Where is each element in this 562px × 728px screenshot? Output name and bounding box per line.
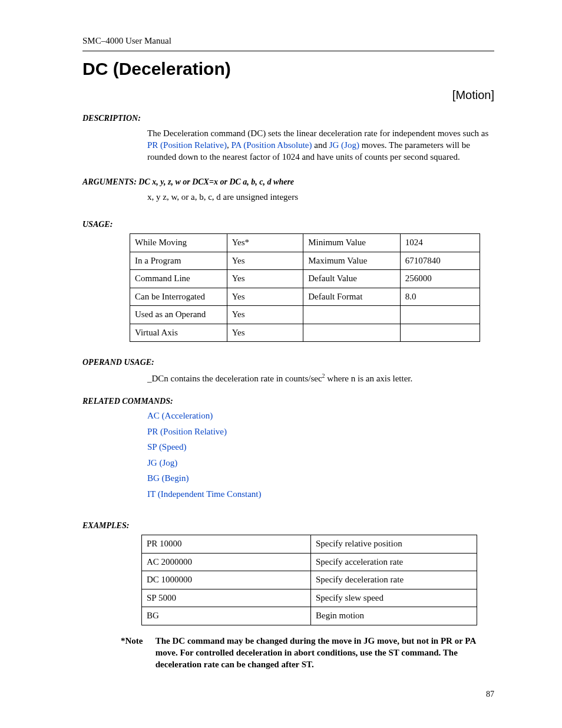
cell: Can be Interrogated — [130, 288, 227, 306]
related-link[interactable]: SP (Speed) — [147, 442, 187, 452]
cell: Yes — [227, 288, 303, 306]
table-row: Can be Interrogated Yes Default Format 8… — [130, 288, 480, 306]
link-pa[interactable]: PA (Position Absolute) — [232, 140, 312, 150]
arguments-body: x, y z, w, or a, b, c, d are unsigned in… — [147, 192, 494, 203]
cell: BG — [142, 607, 311, 625]
manual-header: SMC–4000 User Manual — [82, 35, 494, 47]
desc-sep1: , — [227, 140, 232, 150]
operand-post: where n is an axis letter. — [325, 374, 413, 383]
cell: Yes — [227, 270, 303, 288]
description-body: The Deceleration command (DC) sets the l… — [147, 127, 494, 163]
cell: Specify relative position — [311, 535, 477, 554]
page-title: DC (Deceleration) — [82, 57, 494, 80]
arguments-label: ARGUMENTS: DC x, y, z, w or DCX=x or DC … — [82, 177, 494, 187]
cell: DC 1000000 — [142, 571, 311, 589]
cell: Yes — [227, 324, 303, 342]
link-jg[interactable]: JG (Jog) — [329, 140, 359, 150]
link-pr[interactable]: PR (Position Relative) — [147, 140, 227, 150]
related-link[interactable]: PR (Position Relative) — [147, 427, 227, 436]
table-row: SP 5000 Specify slew speed — [142, 589, 477, 607]
cell: 67107840 — [400, 252, 480, 270]
cell: Maximum Value — [303, 252, 400, 270]
cell: Command Line — [130, 270, 227, 288]
operand-label: OPERAND USAGE: — [82, 357, 494, 368]
cell: AC 2000000 — [142, 553, 311, 571]
related-list: AC (Acceleration) PR (Position Relative)… — [147, 410, 494, 500]
operand-body: _DCn contains the deceleration rate in c… — [147, 372, 494, 385]
cell: While Moving — [130, 234, 227, 252]
table-row: BG Begin motion — [142, 607, 477, 625]
table-row: Virtual Axis Yes — [130, 324, 480, 342]
related-link[interactable]: JG (Jog) — [147, 458, 177, 467]
cell: Specify deceleration rate — [311, 571, 477, 589]
table-row: DC 1000000 Specify deceleration rate — [142, 571, 477, 589]
page-number: 87 — [486, 689, 494, 700]
cell: Specify acceleration rate — [311, 553, 477, 571]
table-row: While Moving Yes* Minimum Value 1024 — [130, 234, 480, 252]
cell: 1024 — [400, 234, 480, 252]
cell: Yes* — [227, 234, 303, 252]
note-body: The DC command may be changed during the… — [156, 635, 494, 671]
operand-pre: _DCn contains the deceleration rate in c… — [147, 374, 322, 383]
cell — [303, 306, 400, 324]
desc-pre: The Deceleration command (DC) sets the l… — [147, 129, 488, 138]
table-row: PR 10000 Specify relative position — [142, 535, 477, 554]
cell: PR 10000 — [142, 535, 311, 554]
examples-table: PR 10000 Specify relative position AC 20… — [141, 535, 477, 625]
cell — [303, 324, 400, 342]
cell: Specify slew speed — [311, 589, 477, 607]
related-link[interactable]: IT (Independent Time Constant) — [147, 489, 261, 499]
cell: Virtual Axis — [130, 324, 227, 342]
related-link[interactable]: AC (Acceleration) — [147, 411, 213, 420]
table-row: Used as an Operand Yes — [130, 306, 480, 324]
cell: 8.0 — [400, 288, 480, 306]
table-row: In a Program Yes Maximum Value 67107840 — [130, 252, 480, 270]
table-row: AC 2000000 Specify acceleration rate — [142, 553, 477, 571]
cell: Default Format — [303, 288, 400, 306]
related-label: RELATED COMMANDS: — [82, 396, 494, 407]
desc-sep2: and — [312, 140, 329, 150]
cell: Default Value — [303, 270, 400, 288]
examples-label: EXAMPLES: — [82, 521, 494, 531]
note-block: *Note The DC command may be changed duri… — [121, 635, 494, 671]
category-label: [Motion] — [82, 87, 494, 103]
cell: Yes — [227, 252, 303, 270]
table-row: Command Line Yes Default Value 256000 — [130, 270, 480, 288]
cell: 256000 — [400, 270, 480, 288]
usage-table: While Moving Yes* Minimum Value 1024 In … — [130, 233, 480, 342]
cell — [400, 306, 480, 324]
top-rule — [82, 51, 494, 51]
description-label: DESCRIPTION: — [82, 113, 494, 124]
note-star: *Note — [121, 635, 153, 647]
cell: Yes — [227, 306, 303, 324]
cell — [400, 324, 480, 342]
cell: Begin motion — [311, 607, 477, 625]
cell: Minimum Value — [303, 234, 400, 252]
cell: Used as an Operand — [130, 306, 227, 324]
cell: SP 5000 — [142, 589, 311, 607]
usage-label: USAGE: — [82, 219, 494, 230]
cell: In a Program — [130, 252, 227, 270]
related-link[interactable]: BG (Begin) — [147, 473, 189, 483]
